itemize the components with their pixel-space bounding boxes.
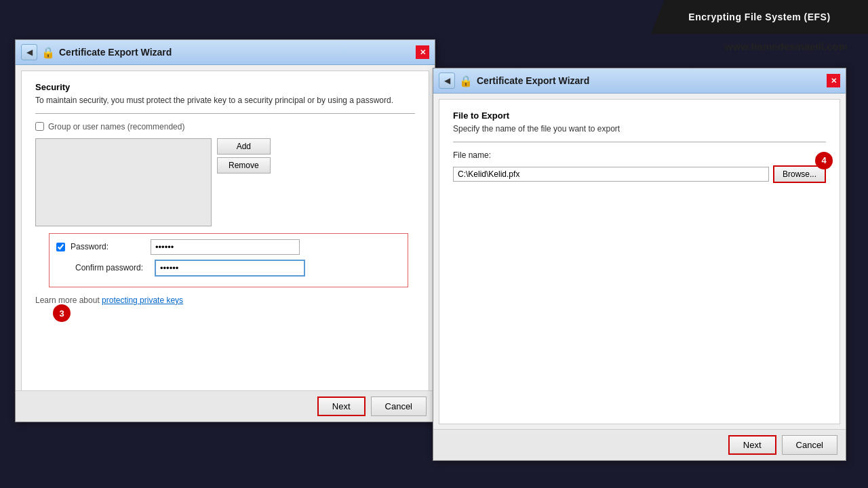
- password-checkbox[interactable]: [56, 243, 65, 251]
- password-section: Password: Confirm password:: [49, 233, 408, 287]
- dialog1-titlebar: ◀ 🔒 Certificate Export Wizard ✕: [16, 40, 435, 65]
- file-name-label-text: File name:: [453, 150, 826, 160]
- confirm-password-row: Confirm password:: [56, 260, 401, 276]
- user-list-section: Add Remove: [35, 138, 415, 233]
- confirm-password-label: Confirm password:: [75, 263, 150, 272]
- group-users-label: Group or user names (recommended): [48, 122, 184, 131]
- website-label: www.hamedesmaeili.com: [725, 41, 848, 52]
- dialog1-icon: 🔒: [41, 46, 55, 59]
- annotation-4: 4: [815, 152, 833, 169]
- dialog2-icon: 🔒: [459, 75, 473, 87]
- add-button[interactable]: Add: [217, 138, 271, 155]
- dialog1-title: Certificate Export Wizard: [59, 47, 412, 58]
- dialog1-content: Security To maintain security, you must …: [21, 70, 429, 396]
- dialog1-back-button[interactable]: ◀: [21, 44, 37, 60]
- file-name-input[interactable]: [453, 167, 769, 182]
- dialog2-footer: Next Cancel: [433, 429, 846, 460]
- annotation-3: 3: [53, 304, 71, 322]
- dialog2-titlebar: ◀ 🔒 Certificate Export Wizard ✕: [433, 68, 846, 94]
- file-export-desc: Specify the name of the file you want to…: [453, 123, 826, 135]
- dialog2-content: File to Export Specify the name of the f…: [439, 99, 840, 424]
- password-label: Password:: [71, 242, 145, 251]
- confirm-password-input[interactable]: [155, 260, 304, 276]
- banner-text: Encrypting File System (EFS): [688, 12, 830, 22]
- learn-more-section: Learn more about protecting private keys: [35, 296, 415, 305]
- user-list-box: [35, 138, 212, 226]
- protecting-keys-link[interactable]: protecting private keys: [102, 296, 183, 305]
- file-export-title: File to Export: [453, 110, 826, 121]
- group-users-row: Group or user names (recommended): [35, 122, 415, 131]
- file-export-dialog: ◀ 🔒 Certificate Export Wizard ✕ File to …: [433, 68, 846, 461]
- top-banner: Encrypting File System (EFS): [651, 0, 868, 34]
- dialog2-close-button[interactable]: ✕: [827, 74, 840, 87]
- security-title: Security: [35, 82, 415, 92]
- dialog2-title: Certificate Export Wizard: [477, 75, 823, 86]
- dialog1-footer: Next Cancel: [16, 390, 435, 422]
- dialog2-cancel-button[interactable]: Cancel: [782, 435, 837, 455]
- dialog1-close-button[interactable]: ✕: [416, 45, 429, 59]
- security-desc: To maintain security, you must protect t…: [35, 95, 415, 106]
- add-remove-buttons: Add Remove: [217, 138, 271, 174]
- dialog1-next-button[interactable]: Next: [317, 396, 366, 416]
- dialog1-cancel-button[interactable]: Cancel: [371, 396, 427, 416]
- password-row: Password:: [56, 239, 401, 255]
- dialog2-back-button[interactable]: ◀: [439, 73, 455, 89]
- security-dialog: ◀ 🔒 Certificate Export Wizard ✕ Security…: [15, 39, 435, 422]
- file-name-row: Browse... 4: [453, 165, 826, 183]
- group-users-checkbox[interactable]: [35, 122, 44, 131]
- remove-button[interactable]: Remove: [217, 157, 271, 174]
- browse-button[interactable]: Browse...: [773, 165, 826, 183]
- password-input[interactable]: [151, 239, 300, 255]
- dialog2-next-button[interactable]: Next: [728, 435, 776, 455]
